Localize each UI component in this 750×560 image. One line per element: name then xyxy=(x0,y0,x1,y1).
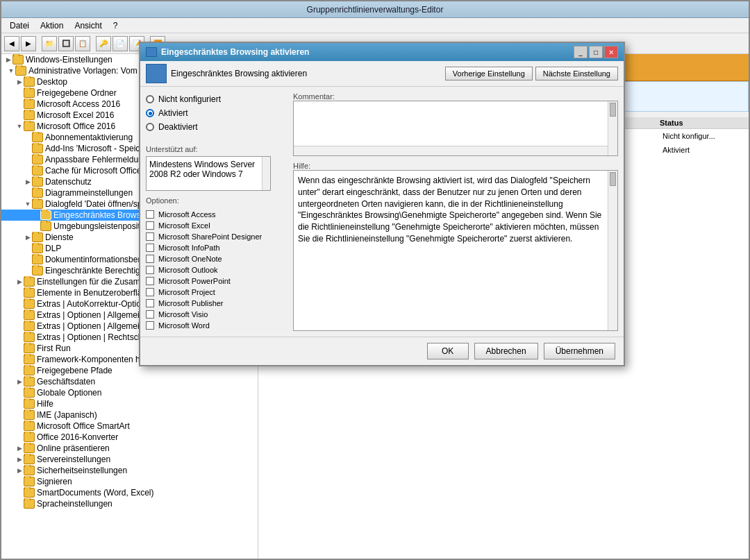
tree-item-ime[interactable]: ▶ IME (Japanisch) xyxy=(1,409,258,421)
dialog-title-icon xyxy=(146,47,157,57)
prev-setting-button[interactable]: Vorherige Einstellung xyxy=(445,67,533,80)
tree-item-sicherheit[interactable]: ▶ Sicherheitseinstellungen xyxy=(1,465,258,476)
checkbox-label-3: Microsoft SharePoint Designer xyxy=(158,232,262,241)
hilfe-scrollbar-v[interactable] xyxy=(608,171,617,330)
back-button[interactable]: ◀ xyxy=(4,36,19,51)
folder-icon xyxy=(32,232,43,242)
checkbox-label-10: Microsoft Visio xyxy=(158,310,208,319)
folder-icon xyxy=(24,88,35,98)
folder-icon xyxy=(24,455,35,464)
dialog-footer: OK Abbrechen Übernehmen xyxy=(140,337,624,365)
kommentar-scrollbar-v[interactable] xyxy=(608,101,617,155)
menu-bar: Datei Aktion Ansicht ? xyxy=(1,18,749,33)
folder-icon xyxy=(24,421,35,431)
checkbox-ms-powerpoint[interactable]: Microsoft PowerPoint xyxy=(146,275,285,287)
checkbox-ms-publisher[interactable]: Microsoft Publisher xyxy=(146,298,285,309)
tree-item-smartdocs[interactable]: ▶ SmartDocuments (Word, Excel) xyxy=(1,487,258,498)
tree-item-geschaeftsdaten[interactable]: ▶ Geschäftsdaten xyxy=(1,376,258,387)
folder-icon xyxy=(24,477,35,486)
checkbox-ms-outlook[interactable]: Microsoft Outlook xyxy=(146,264,285,275)
checkbox-ms-infopath[interactable]: Microsoft InfoPath xyxy=(146,242,285,253)
checkbox-label-2: Microsoft Excel xyxy=(158,221,210,230)
folder-icon xyxy=(24,343,35,353)
menu-aktion[interactable]: Aktion xyxy=(35,19,69,32)
folder-icon xyxy=(32,266,43,275)
toolbar-btn-2[interactable]: 🔲 xyxy=(58,36,74,51)
folder-icon xyxy=(24,432,35,442)
toolbar-btn-1[interactable]: 📁 xyxy=(42,36,57,51)
folder-icon xyxy=(24,310,35,320)
checkbox-ms-access[interactable]: Microsoft Access xyxy=(146,209,285,220)
toolbar-btn-3[interactable]: 📋 xyxy=(75,36,90,51)
folder-icon xyxy=(24,499,35,509)
radio-aktiviert[interactable]: Aktiviert xyxy=(146,106,285,120)
checkbox-ms-word[interactable]: Microsoft Word xyxy=(146,320,285,331)
tree-item-globale-opt[interactable]: ▶ Globale Optionen xyxy=(1,387,258,398)
radio-label-2: Aktiviert xyxy=(158,108,188,118)
tree-item-online[interactable]: ▶ Online präsentieren xyxy=(1,443,258,454)
menu-ansicht[interactable]: Ansicht xyxy=(69,19,107,32)
folder-icon xyxy=(32,199,43,209)
radio-circle-3 xyxy=(146,123,154,131)
folder-icon xyxy=(24,377,35,387)
folder-icon xyxy=(24,121,35,131)
folder-icon xyxy=(24,443,35,453)
minimize-button[interactable]: _ xyxy=(574,46,588,58)
optionen-section: Optionen: Microsoft Access Microsoft Exc… xyxy=(146,196,285,331)
checkbox-box-3 xyxy=(146,232,154,241)
folder-icon xyxy=(24,110,35,120)
tree-item-smartart[interactable]: ▶ Microsoft Office SmartArt xyxy=(1,421,258,432)
next-setting-button[interactable]: Nächste Einstellung xyxy=(535,67,618,80)
checkbox-ms-visio[interactable]: Microsoft Visio xyxy=(146,309,285,320)
ok-button[interactable]: OK xyxy=(427,343,469,359)
folder-icon xyxy=(24,488,35,498)
dialog-right-panel: Kommentar: Hilfe: Wenn das eingeschränkt… xyxy=(293,92,618,331)
tree-item-spracheinst[interactable]: ▶ Spracheinstellungen xyxy=(1,498,258,509)
folder-icon xyxy=(12,55,24,65)
uebernehmen-button[interactable]: Übernehmen xyxy=(544,343,615,359)
toolbar-btn-4[interactable]: 🔑 xyxy=(96,36,111,51)
checkbox-ms-sharepoint[interactable]: Microsoft SharePoint Designer xyxy=(146,231,285,242)
forward-button[interactable]: ▶ xyxy=(21,36,36,51)
folder-icon xyxy=(24,277,35,287)
checkbox-box-10 xyxy=(146,310,154,319)
radio-deaktiviert[interactable]: Deaktiviert xyxy=(146,120,285,134)
tree-item-servereinst[interactable]: ▶ Servereinstellungen xyxy=(1,454,258,465)
close-button[interactable]: ✕ xyxy=(604,46,618,58)
main-title-bar: Gruppenrichtlinienverwaltungs-Editor xyxy=(1,1,749,18)
kommentar-section: Kommentar: xyxy=(293,92,618,156)
toolbar-btn-5[interactable]: 📄 xyxy=(112,36,128,51)
tree-item-hilfe[interactable]: ▶ Hilfe xyxy=(1,398,258,409)
checkbox-box-4 xyxy=(146,244,154,252)
tree-item-freigegebene-pfade[interactable]: ▶ Freigegebene Pfade xyxy=(1,365,258,376)
policy-status-2: Aktiviert xyxy=(662,146,746,154)
folder-icon xyxy=(24,466,35,475)
maximize-button[interactable]: □ xyxy=(589,46,603,58)
hilfe-scrollbar-thumb xyxy=(610,172,616,186)
checkbox-ms-excel[interactable]: Microsoft Excel xyxy=(146,220,285,231)
checkbox-label-11: Microsoft Word xyxy=(158,321,210,330)
checkbox-label-5: Microsoft OneNote xyxy=(158,255,222,263)
dialog-window: Eingeschränktes Browsing aktivieren _ □ … xyxy=(139,42,625,366)
checkbox-box-2 xyxy=(146,221,154,230)
hilfe-text: Wenn das eingeschränkte Browsing aktivie… xyxy=(298,176,601,244)
tree-item-signieren[interactable]: ▶ Signieren xyxy=(1,476,258,487)
folder-icon xyxy=(32,255,43,264)
dialog-toolbar-title: Eingeschränktes Browsing aktivieren xyxy=(171,69,307,78)
tree-item-office-konv[interactable]: ▶ Office 2016-Konverter xyxy=(1,432,258,443)
hilfe-label: Hilfe: xyxy=(293,162,618,170)
menu-datei[interactable]: Datei xyxy=(4,19,35,32)
kommentar-box[interactable] xyxy=(293,101,618,156)
checkbox-ms-onenote[interactable]: Microsoft OneNote xyxy=(146,253,285,264)
dialog-toolbar: Eingeschränktes Browsing aktivieren Vorh… xyxy=(140,61,624,87)
abbrechen-button[interactable]: Abbrechen xyxy=(474,343,538,359)
folder-icon xyxy=(32,155,43,164)
scrollbar-thumb xyxy=(610,103,616,117)
unterstuetzt-scrollbar[interactable] xyxy=(262,157,270,190)
folder-icon xyxy=(24,77,35,87)
folder-icon xyxy=(24,321,35,331)
radio-nicht-konfiguriert[interactable]: Nicht konfiguriert xyxy=(146,92,285,106)
checkbox-ms-project[interactable]: Microsoft Project xyxy=(146,287,285,298)
menu-help[interactable]: ? xyxy=(108,19,124,32)
kommentar-scrollbar-h[interactable] xyxy=(294,146,608,155)
